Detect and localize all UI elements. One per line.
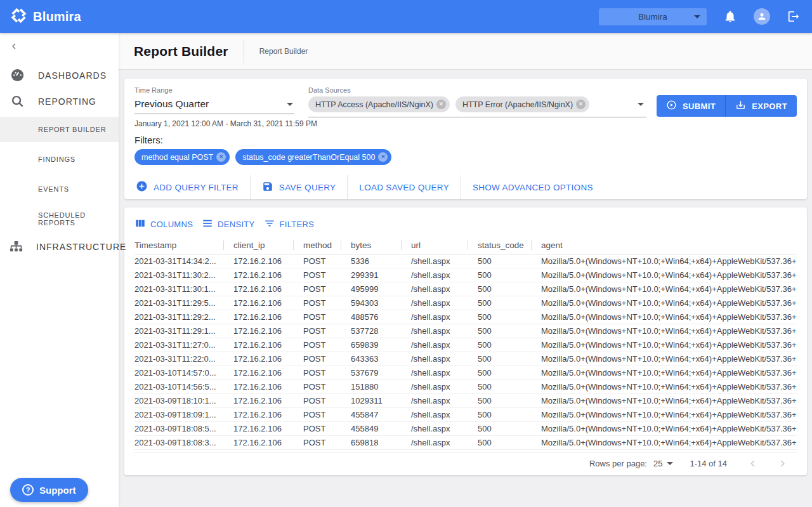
sidebar-item-infrastructure[interactable]: INFRASTRUCTURE xyxy=(0,234,119,260)
help-icon: ? xyxy=(22,484,34,496)
table-row[interactable]: 2021-03-09T18:08:5...172.16.2.106POST455… xyxy=(134,421,797,435)
column-header-method[interactable]: method xyxy=(293,237,341,254)
show-advanced-options-button[interactable]: SHOW ADVANCED OPTIONS xyxy=(461,175,605,199)
results-table: Timestampclient_ipmethodbytesurlstatus_c… xyxy=(134,237,797,450)
table-cell: Mozilla/5.0+(Windows+NT+10.0;+Win64;+x64… xyxy=(531,282,797,296)
table-cell: 172.16.2.106 xyxy=(223,421,293,435)
columns-button[interactable]: COLUMNS xyxy=(134,218,193,231)
table-row[interactable]: 2021-03-31T11:22:0...172.16.2.106POST643… xyxy=(134,352,797,365)
filters-button[interactable]: FILTERS xyxy=(264,218,315,231)
table-cell: 172.16.2.106 xyxy=(223,352,293,365)
chip[interactable]: method equal POST✕ xyxy=(134,149,230,165)
submit-button[interactable]: SUBMIT xyxy=(657,95,725,117)
filter-icon xyxy=(264,218,275,231)
table-cell: 172.16.2.106 xyxy=(223,324,293,338)
org-selector[interactable]: Blumira xyxy=(599,8,707,25)
table-row[interactable]: 2021-03-10T14:57:0...172.16.2.106POST537… xyxy=(134,365,797,379)
column-header-timestamp[interactable]: Timestamp xyxy=(134,237,223,254)
previous-page-button[interactable] xyxy=(745,458,761,469)
sidebar: DASHBOARDS REPORTING REPORT BUILDER FIND… xyxy=(0,33,119,507)
sidebar-item-scheduled-reports[interactable]: SCHEDULED REPORTS xyxy=(0,204,119,234)
table-cell: 2021-03-10T14:57:0... xyxy=(134,365,223,379)
table-cell: 537679 xyxy=(341,365,401,379)
table-row[interactable]: 2021-03-09T18:10:1...172.16.2.106POST102… xyxy=(134,393,797,407)
chip-remove-icon[interactable]: ✕ xyxy=(576,100,586,109)
chip[interactable]: HTTP Access (Apache/IIS/NginX)✕ xyxy=(308,96,450,112)
table-cell: 500 xyxy=(468,421,531,435)
column-header-bytes[interactable]: bytes xyxy=(341,237,401,254)
chevron-down-icon xyxy=(694,15,700,18)
chip-remove-icon[interactable]: ✕ xyxy=(378,152,388,162)
column-header-agent[interactable]: agent xyxy=(531,237,797,254)
table-cell: POST xyxy=(293,254,341,268)
table-row[interactable]: 2021-03-31T11:29:5...172.16.2.106POST594… xyxy=(134,296,797,310)
chevron-down-icon xyxy=(287,103,293,106)
table-cell: 2021-03-31T11:29:1... xyxy=(134,324,223,338)
sidebar-item-report-builder[interactable]: REPORT BUILDER xyxy=(0,117,119,142)
table-cell: 172.16.2.106 xyxy=(223,310,293,324)
support-label: Support xyxy=(39,485,76,496)
chevron-left-icon xyxy=(9,41,19,54)
chip-remove-icon[interactable]: ✕ xyxy=(216,152,226,162)
gauge-icon xyxy=(9,68,25,82)
sidebar-item-label: EVENTS xyxy=(38,185,69,193)
filters-label: Filters: xyxy=(134,135,797,145)
table-cell: /shell.aspx xyxy=(401,393,468,407)
sidebar-item-findings[interactable]: FINDINGS xyxy=(0,144,119,174)
table-cell: 151880 xyxy=(341,379,401,393)
column-header-status-code[interactable]: status_code xyxy=(468,237,531,254)
table-cell: 495999 xyxy=(341,282,401,296)
data-sources-select[interactable]: HTTP Access (Apache/IIS/NginX)✕HTTP Erro… xyxy=(308,95,646,117)
table-cell: 500 xyxy=(468,393,531,407)
rows-per-page-select[interactable]: 25 xyxy=(653,459,673,468)
sidebar-collapse-button[interactable] xyxy=(0,33,119,62)
next-page-button[interactable] xyxy=(775,458,790,469)
table-cell: POST xyxy=(293,379,341,393)
table-cell: 299391 xyxy=(341,268,401,282)
table-cell: 594303 xyxy=(341,296,401,310)
table-row[interactable]: 2021-03-31T11:29:1...172.16.2.106POST537… xyxy=(134,324,797,338)
table-row[interactable]: 2021-03-31T14:34:2...172.16.2.106POST533… xyxy=(134,254,797,268)
grid-toolbar: COLUMNS DENSITY FILTERS xyxy=(134,214,797,234)
brand: Blumira xyxy=(10,7,81,27)
logout-icon[interactable] xyxy=(787,10,801,23)
table-cell: 2021-03-31T11:22:0... xyxy=(134,352,223,365)
table-row[interactable]: 2021-03-31T11:30:2...172.16.2.106POST299… xyxy=(134,268,797,282)
header-divider xyxy=(244,39,244,63)
table-cell: /shell.aspx xyxy=(401,310,468,324)
time-range-select[interactable]: Previous Quarter xyxy=(134,95,294,114)
column-header-client-ip[interactable]: client_ip xyxy=(223,237,293,254)
density-button[interactable]: DENSITY xyxy=(202,218,254,231)
chip-remove-icon[interactable]: ✕ xyxy=(436,100,446,109)
sidebar-item-events[interactable]: EVENTS xyxy=(0,174,119,204)
table-cell: 500 xyxy=(468,310,531,324)
chip[interactable]: status_code greaterThanOrEqual 500✕ xyxy=(235,149,391,165)
save-icon xyxy=(262,181,273,194)
chip-label: status_code greaterThanOrEqual 500 xyxy=(242,153,375,162)
load-saved-query-button[interactable]: LOAD SAVED QUERY xyxy=(347,175,461,199)
export-button[interactable]: EXPORT xyxy=(725,95,797,117)
table-cell: 2021-03-31T11:30:1... xyxy=(134,282,223,296)
save-query-button[interactable]: SAVE QUERY xyxy=(250,175,348,199)
add-query-filter-button[interactable]: ADD QUERY FILTER xyxy=(134,175,250,199)
bell-icon[interactable] xyxy=(723,10,737,23)
table-row[interactable]: 2021-03-31T11:29:2...172.16.2.106POST488… xyxy=(134,310,797,324)
org-selector-value: Blumira xyxy=(638,12,667,22)
table-cell: 1029311 xyxy=(341,393,401,407)
table-row[interactable]: 2021-03-31T11:30:1...172.16.2.106POST495… xyxy=(134,282,797,296)
table-row[interactable]: 2021-03-09T18:08:3...172.16.2.106POST659… xyxy=(134,435,797,449)
table-row[interactable]: 2021-03-31T11:27:0...172.16.2.106POST659… xyxy=(134,338,797,352)
table-cell: 2021-03-09T18:08:3... xyxy=(134,435,223,449)
sidebar-item-dashboards[interactable]: DASHBOARDS xyxy=(0,62,119,88)
table-row[interactable]: 2021-03-09T18:09:1...172.16.2.106POST455… xyxy=(134,407,797,421)
support-button[interactable]: ? Support xyxy=(10,478,88,502)
table-cell: /shell.aspx xyxy=(401,254,468,268)
table-row[interactable]: 2021-03-10T14:56:5...172.16.2.106POST151… xyxy=(134,379,797,393)
column-header-url[interactable]: url xyxy=(401,237,468,254)
blumira-logo-icon xyxy=(10,7,27,27)
sidebar-item-label: SCHEDULED REPORTS xyxy=(38,211,119,227)
avatar-icon[interactable] xyxy=(754,8,770,25)
chip[interactable]: HTTP Error (Apache/IIS/NginX)✕ xyxy=(455,96,589,112)
sidebar-item-reporting[interactable]: REPORTING xyxy=(0,88,119,114)
time-range-dates: January 1, 2021 12:00 AM - March 31, 202… xyxy=(134,119,294,128)
